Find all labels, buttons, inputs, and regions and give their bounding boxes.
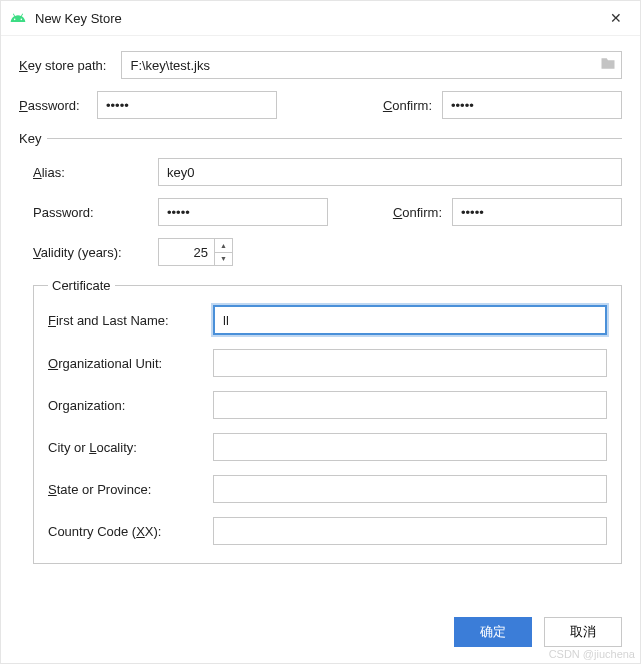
spinner-up-icon[interactable]: ▲	[215, 239, 232, 253]
keystore-path-input[interactable]	[121, 51, 622, 79]
city-row: City or Locality:	[48, 433, 607, 461]
city-label: City or Locality:	[48, 440, 213, 455]
cancel-button[interactable]: 取消	[544, 617, 622, 647]
country-row: Country Code (XX):	[48, 517, 607, 545]
alias-label: Alias:	[33, 165, 158, 180]
validity-row: Validity (years): ▲ ▼	[33, 238, 622, 266]
first-last-input[interactable]	[213, 305, 607, 335]
city-input[interactable]	[213, 433, 607, 461]
key-password-input[interactable]	[158, 198, 328, 226]
state-row: State or Province:	[48, 475, 607, 503]
android-icon	[9, 9, 27, 27]
country-input[interactable]	[213, 517, 607, 545]
ok-button[interactable]: 确定	[454, 617, 532, 647]
keystore-path-row: Key store path:	[19, 51, 622, 79]
state-label: State or Province:	[48, 482, 213, 497]
keystore-password-label: Password:	[19, 98, 97, 113]
key-confirm-input[interactable]	[452, 198, 622, 226]
state-input[interactable]	[213, 475, 607, 503]
validity-input[interactable]	[159, 239, 214, 265]
keystore-path-label: Key store path:	[19, 58, 106, 73]
key-legend: Key	[19, 131, 47, 146]
org-unit-input[interactable]	[213, 349, 607, 377]
key-password-label: Password:	[33, 205, 158, 220]
org-unit-label: Organizational Unit:	[48, 356, 213, 371]
country-label: Country Code (XX):	[48, 524, 213, 539]
org-input[interactable]	[213, 391, 607, 419]
key-fieldset: Key Alias: Password: Confirm: Validity (…	[19, 131, 622, 564]
dialog-content: Key store path: Password: Confirm: Key A…	[1, 36, 640, 603]
keystore-password-input[interactable]	[97, 91, 277, 119]
validity-spinner[interactable]: ▲ ▼	[158, 238, 233, 266]
alias-input[interactable]	[158, 158, 622, 186]
org-label: Organization:	[48, 398, 213, 413]
dialog-window: New Key Store ✕ Key store path: Password…	[0, 0, 641, 664]
window-title: New Key Store	[35, 11, 602, 26]
certificate-fieldset: Certificate First and Last Name: Organiz…	[33, 278, 622, 564]
keystore-confirm-label: Confirm:	[383, 98, 432, 113]
alias-row: Alias:	[33, 158, 622, 186]
titlebar: New Key Store ✕	[1, 1, 640, 36]
spinner-down-icon[interactable]: ▼	[215, 253, 232, 266]
key-password-row: Password: Confirm:	[33, 198, 622, 226]
keystore-password-row: Password: Confirm:	[19, 91, 622, 119]
first-last-label: First and Last Name:	[48, 313, 213, 328]
org-row: Organization:	[48, 391, 607, 419]
keystore-confirm-input[interactable]	[442, 91, 622, 119]
validity-label: Validity (years):	[33, 245, 158, 260]
close-icon[interactable]: ✕	[602, 6, 630, 30]
org-unit-row: Organizational Unit:	[48, 349, 607, 377]
key-confirm-label: Confirm:	[393, 205, 442, 220]
certificate-legend: Certificate	[48, 278, 115, 293]
browse-folder-icon[interactable]	[600, 57, 616, 73]
first-last-row: First and Last Name:	[48, 305, 607, 335]
dialog-footer: 确定 取消	[1, 603, 640, 663]
